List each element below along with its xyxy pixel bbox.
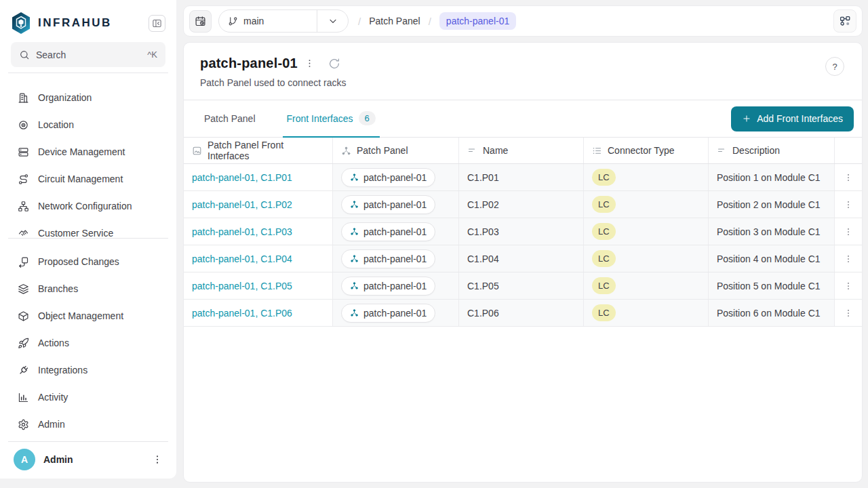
tab-count-badge: 6 <box>359 111 376 125</box>
avatar: A <box>14 449 35 470</box>
tab-label: Front Interfaces <box>287 113 353 124</box>
patch-panel-pill[interactable]: patch-panel-01 <box>341 304 435 323</box>
network-icon <box>18 201 29 212</box>
kebab-icon <box>844 200 853 209</box>
row-menu-button[interactable] <box>841 251 856 266</box>
panel-collapse-icon <box>152 18 162 28</box>
infrahub-logo-icon <box>11 12 31 35</box>
topbar: main / Patch Panel / patch-panel-01 <box>183 5 863 37</box>
tab-front-interfaces[interactable]: Front Interfaces 6 <box>283 100 380 138</box>
page-title: patch-panel-01 <box>200 56 298 71</box>
table-row: patch-panel-01, C1.P03 patch-panel-01 C1… <box>184 218 862 245</box>
kebab-icon <box>844 254 853 264</box>
connector-type-badge: LC <box>592 277 616 294</box>
logo-row: INFRAHUB <box>11 9 165 37</box>
branch-selector[interactable]: main <box>218 9 349 33</box>
description-cell: Position 4 on Module C1 <box>709 245 835 272</box>
sidebar-item-actions[interactable]: Actions <box>11 329 165 357</box>
row-menu-button[interactable] <box>841 279 856 293</box>
hierarchy-icon <box>350 200 359 209</box>
column-header-front-interfaces: Patch Panel Front Interfaces <box>184 138 333 163</box>
hierarchy-icon <box>350 173 359 182</box>
sidebar-item-location[interactable]: Location <box>11 111 165 138</box>
content-card: patch-panel-01 Patch Panel used to conne… <box>183 42 863 483</box>
name-cell: C1.P01 <box>459 164 584 190</box>
schema-icon <box>839 15 851 27</box>
patch-panel-pill[interactable]: patch-panel-01 <box>341 222 435 241</box>
column-header-description: Description <box>709 138 835 163</box>
sidebar-item-label: Device Management <box>38 146 125 157</box>
sidebar-item-admin[interactable]: Admin <box>11 411 165 438</box>
sidebar-item-branches[interactable]: Branches <box>11 275 165 302</box>
search-input[interactable]: Search ^K <box>11 42 165 67</box>
table-row: patch-panel-01, C1.P01 patch-panel-01 C1… <box>184 164 862 191</box>
sidebar-item-organization[interactable]: Organization <box>11 84 165 111</box>
name-cell: C1.P03 <box>459 218 584 245</box>
user-menu-button[interactable] <box>152 454 163 465</box>
connector-type-badge: LC <box>592 304 616 321</box>
column-header-patch-panel: Patch Panel <box>333 138 459 163</box>
time-travel-button[interactable] <box>189 10 212 33</box>
patch-panel-pill[interactable]: patch-panel-01 <box>341 168 435 187</box>
page-header: patch-panel-01 Patch Panel used to conne… <box>184 43 862 100</box>
diff-icon <box>18 256 29 268</box>
name-cell: C1.P06 <box>459 300 584 326</box>
sidebar-item-proposed-changes[interactable]: Proposed Changes <box>11 248 165 275</box>
breadcrumb-item-patch-panel[interactable]: Patch Panel <box>369 16 420 26</box>
description-cell: Position 2 on Module C1 <box>709 191 835 218</box>
sidebar-item-device-management[interactable]: Device Management <box>11 138 165 165</box>
column-header-connector-type: Connector Type <box>584 138 709 163</box>
front-interface-link[interactable]: patch-panel-01, C1.P01 <box>192 172 292 183</box>
object-menu-button[interactable] <box>303 57 316 70</box>
sidebar-item-object-management[interactable]: Object Management <box>11 302 165 329</box>
patch-panel-pill[interactable]: patch-panel-01 <box>341 249 435 268</box>
refresh-button[interactable] <box>327 56 342 71</box>
sidebar-item-label: Customer Service <box>38 228 113 238</box>
breadcrumb-separator: / <box>355 16 363 27</box>
table-row: patch-panel-01, C1.P02 patch-panel-01 C1… <box>184 191 862 218</box>
text-icon <box>717 146 727 156</box>
add-front-interfaces-button[interactable]: Add Front Interfaces <box>731 106 854 131</box>
handshake-icon <box>18 228 29 239</box>
hierarchy-icon <box>350 281 359 290</box>
front-interface-link[interactable]: patch-panel-01, C1.P06 <box>192 308 292 319</box>
plus-icon <box>742 114 751 123</box>
connector-type-badge: LC <box>592 196 616 213</box>
row-menu-button[interactable] <box>841 224 856 239</box>
sidebar-item-activity[interactable]: Activity <box>11 384 165 411</box>
patch-panel-pill[interactable]: patch-panel-01 <box>341 277 435 296</box>
building-icon <box>18 92 29 104</box>
search-placeholder: Search <box>36 49 66 60</box>
row-menu-button[interactable] <box>841 306 856 321</box>
column-header-actions <box>835 138 862 163</box>
row-menu-button[interactable] <box>841 197 856 212</box>
sidebar-item-label: Network Configuration <box>38 201 132 211</box>
tab-label: Patch Panel <box>204 113 256 124</box>
front-interface-link[interactable]: patch-panel-01, C1.P04 <box>192 253 292 264</box>
help-button[interactable]: ? <box>825 57 844 76</box>
front-interface-link[interactable]: patch-panel-01, C1.P03 <box>192 226 292 237</box>
sidebar-item-network-configuration[interactable]: Network Configuration <box>11 192 165 220</box>
tab-bar: Patch Panel Front Interfaces 6 Add Front… <box>184 100 862 138</box>
cube-icon <box>18 310 29 322</box>
tab-patch-panel[interactable]: Patch Panel <box>200 100 260 138</box>
layers-icon <box>18 283 29 295</box>
sidebar-item-label: Object Management <box>38 310 123 321</box>
rocket-icon <box>18 338 29 349</box>
schema-visualizer-button[interactable] <box>833 9 856 33</box>
patch-panel-pill[interactable]: patch-panel-01 <box>341 195 435 214</box>
row-menu-button[interactable] <box>841 170 856 185</box>
sidebar-item-label: Proposed Changes <box>38 256 119 267</box>
sidebar-item-circuit-management[interactable]: Circuit Management <box>11 165 165 192</box>
front-interface-link[interactable]: patch-panel-01, C1.P02 <box>192 199 292 210</box>
list-icon <box>592 146 602 156</box>
front-interface-link[interactable]: patch-panel-01, C1.P05 <box>192 281 292 291</box>
add-button-label: Add Front Interfaces <box>757 113 843 124</box>
brand-wordmark: INFRAHUB <box>38 16 112 30</box>
sidebar-item-integrations[interactable]: Integrations <box>11 357 165 384</box>
sidebar-item-customer-service[interactable]: Customer Service <box>11 220 165 238</box>
sidebar-collapse-button[interactable] <box>149 15 165 32</box>
table-row: patch-panel-01, C1.P04 patch-panel-01 C1… <box>184 245 862 272</box>
breadcrumb-item-current[interactable]: patch-panel-01 <box>439 12 516 30</box>
user-row: A Admin <box>8 441 168 473</box>
